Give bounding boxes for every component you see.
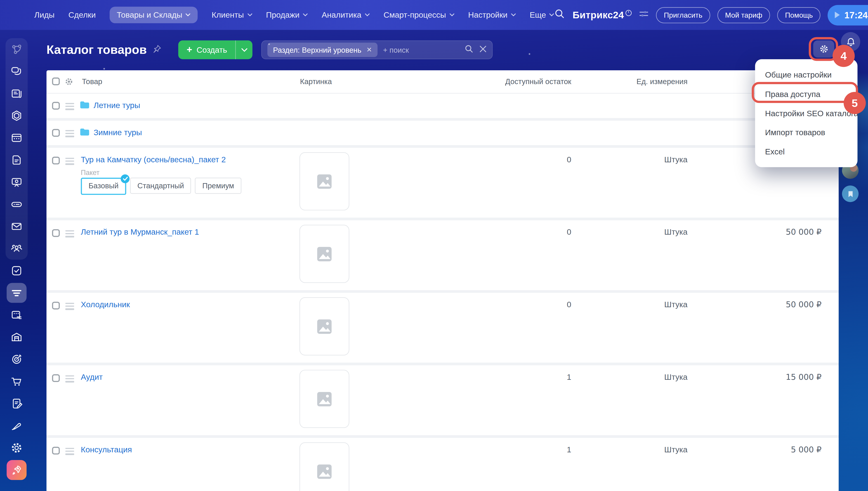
product-name-link[interactable]: Летний тур в Мурманск_пакет 1 bbox=[81, 228, 199, 236]
catalog-settings-gear-button[interactable] bbox=[813, 40, 834, 58]
create-dropdown-button[interactable] bbox=[235, 40, 252, 59]
bookmark-widget-button[interactable] bbox=[842, 185, 859, 202]
help-button[interactable]: Помощь bbox=[777, 7, 821, 23]
annotation-step-badge-5: 5 bbox=[844, 92, 866, 114]
sidebar-tasks-icon[interactable] bbox=[5, 260, 28, 282]
row-checkbox[interactable] bbox=[52, 157, 60, 164]
sidebar-shop-cart-icon[interactable] bbox=[5, 370, 28, 393]
nav-item-more[interactable]: Еще bbox=[530, 11, 554, 20]
nav-item-deals[interactable]: Сделки bbox=[68, 11, 96, 20]
product-name-link[interactable]: Холодильник bbox=[81, 300, 130, 309]
product-name-link[interactable]: Тур на Камчатку (осень/весна)_пакет 2 bbox=[81, 155, 226, 164]
sidebar-video-meetings-icon[interactable] bbox=[5, 171, 28, 193]
row-checkbox[interactable] bbox=[52, 129, 60, 137]
nav-item-smart-processes[interactable]: Смарт-процессы bbox=[384, 11, 454, 20]
menu-item-seo-settings[interactable]: Настройки SEO каталога bbox=[755, 105, 857, 121]
search-icon[interactable] bbox=[554, 8, 565, 22]
table-row-product[interactable]: Тур на Камчатку (осень/весна)_пакет 2 Па… bbox=[47, 148, 839, 218]
table-row-product[interactable]: Аудит 1 Штука 15 000 ₽ bbox=[47, 365, 839, 435]
chevron-down-icon bbox=[449, 13, 454, 17]
sidebar-planner-icon[interactable] bbox=[5, 304, 28, 326]
product-name-link[interactable]: Консультация bbox=[81, 445, 132, 454]
sidebar-employees-icon[interactable] bbox=[5, 238, 28, 260]
sidebar-workgroups-icon[interactable] bbox=[5, 105, 28, 127]
row-checkbox[interactable] bbox=[52, 102, 60, 110]
sidebar-marketing-icon[interactable] bbox=[5, 348, 28, 370]
drag-handle[interactable] bbox=[65, 448, 74, 455]
price-value: 50 000 ₽ bbox=[786, 300, 821, 309]
chip-close-icon[interactable]: ✕ bbox=[366, 46, 372, 54]
table-row-folder[interactable]: Зимние туры bbox=[47, 121, 839, 145]
variant-chip-selected[interactable]: Базовый bbox=[81, 178, 126, 195]
filter-clear-icon[interactable] bbox=[479, 45, 487, 55]
nav-item-leads[interactable]: Лиды bbox=[34, 11, 55, 20]
table-row-product[interactable]: Летний тур в Мурманск_пакет 1 0 Штука 50… bbox=[47, 221, 839, 290]
menu-item-general-settings[interactable]: Общие настройки bbox=[755, 66, 857, 83]
chevron-down-icon bbox=[186, 13, 190, 17]
pin-icon[interactable] bbox=[152, 44, 162, 56]
sidebar-pen-icon[interactable] bbox=[5, 414, 28, 437]
filter-search-bar[interactable]: Раздел: Верхний уровень✕ + поиск bbox=[261, 40, 493, 59]
product-name-link[interactable]: Аудит bbox=[81, 373, 103, 381]
sidebar-mail-icon[interactable] bbox=[5, 215, 28, 238]
variant-chip[interactable]: Стандартный bbox=[130, 178, 191, 194]
table-row-folder[interactable]: Летние туры bbox=[47, 94, 839, 118]
table-settings-gear-icon[interactable] bbox=[65, 78, 73, 87]
sidebar-warehouse-icon[interactable] bbox=[5, 326, 28, 348]
column-header-product[interactable]: Товар bbox=[82, 78, 102, 86]
column-header-stock[interactable]: Доступный остаток bbox=[505, 78, 571, 86]
unit-value: Штука bbox=[664, 300, 688, 309]
product-image-placeholder[interactable] bbox=[300, 297, 349, 355]
nav-item-settings[interactable]: Настройки bbox=[468, 11, 516, 20]
sidebar-calendar-icon[interactable] bbox=[5, 127, 28, 149]
time-tracker-button[interactable]: 17:24 bbox=[828, 5, 868, 25]
filter-chip-section[interactable]: Раздел: Верхний уровень✕ bbox=[267, 43, 378, 57]
drag-handle[interactable] bbox=[65, 103, 74, 110]
row-checkbox[interactable] bbox=[52, 447, 60, 454]
nav-item-analytics[interactable]: Аналитика bbox=[322, 11, 370, 20]
column-header-picture[interactable]: Картинка bbox=[300, 78, 332, 86]
row-checkbox[interactable] bbox=[52, 302, 60, 310]
drag-handle[interactable] bbox=[65, 158, 74, 165]
row-checkbox[interactable] bbox=[52, 374, 60, 382]
sidebar-news-feed-icon[interactable] bbox=[5, 83, 28, 105]
price-value: 5 000 ₽ bbox=[791, 445, 822, 454]
sidebar-network-icon[interactable] bbox=[5, 38, 28, 60]
folder-name-link[interactable]: Зимние туры bbox=[94, 128, 142, 137]
nav-item-products-warehouses[interactable]: Товары и Склады bbox=[110, 6, 198, 23]
sliders-icon[interactable] bbox=[639, 9, 649, 21]
sidebar-drive-icon[interactable] bbox=[5, 193, 28, 215]
select-all-checkbox[interactable] bbox=[52, 78, 60, 85]
menu-item-import-products[interactable]: Импорт товаров bbox=[755, 124, 857, 141]
product-image-placeholder[interactable] bbox=[300, 370, 349, 428]
drag-handle[interactable] bbox=[65, 130, 74, 137]
product-image-placeholder[interactable] bbox=[300, 442, 349, 491]
table-row-product[interactable]: Консультация 1 Штука 5 000 ₽ bbox=[47, 438, 839, 491]
variant-chip[interactable]: Премиум bbox=[195, 178, 241, 194]
product-image-placeholder[interactable] bbox=[300, 152, 349, 210]
drag-handle[interactable] bbox=[65, 230, 74, 237]
nav-item-sales[interactable]: Продажи bbox=[266, 11, 308, 20]
sidebar-documents-icon[interactable] bbox=[5, 149, 28, 171]
row-checkbox[interactable] bbox=[52, 229, 60, 237]
sidebar-market-rocket-button[interactable] bbox=[6, 460, 26, 480]
folder-name-link[interactable]: Летние туры bbox=[94, 101, 140, 110]
sidebar-messenger-icon[interactable] bbox=[5, 60, 28, 83]
sidebar-settings-gear-icon[interactable] bbox=[5, 437, 28, 459]
sidebar-documents-sign-icon[interactable] bbox=[5, 393, 28, 414]
table-row-product[interactable]: Холодильник 0 Штука 50 000 ₽ bbox=[47, 293, 839, 363]
product-image-placeholder[interactable] bbox=[300, 225, 349, 283]
column-header-unit[interactable]: Ед. измерения bbox=[636, 78, 688, 86]
search-placeholder[interactable]: + поиск bbox=[383, 46, 465, 54]
sidebar-crm-catalog-icon-active[interactable] bbox=[6, 283, 26, 303]
menu-item-excel[interactable]: Excel bbox=[755, 143, 857, 160]
filter-search-icon[interactable] bbox=[465, 44, 474, 56]
menu-item-access-rights[interactable]: Права доступа bbox=[755, 86, 857, 102]
create-button[interactable]: +Создать bbox=[178, 40, 235, 59]
nav-item-clients[interactable]: Клиенты bbox=[212, 11, 252, 20]
drag-handle[interactable] bbox=[65, 303, 74, 310]
chevron-down-icon bbox=[303, 13, 308, 17]
my-tariff-button[interactable]: Мой тариф bbox=[717, 7, 770, 23]
invite-button[interactable]: Пригласить bbox=[656, 7, 710, 23]
drag-handle[interactable] bbox=[65, 375, 74, 382]
